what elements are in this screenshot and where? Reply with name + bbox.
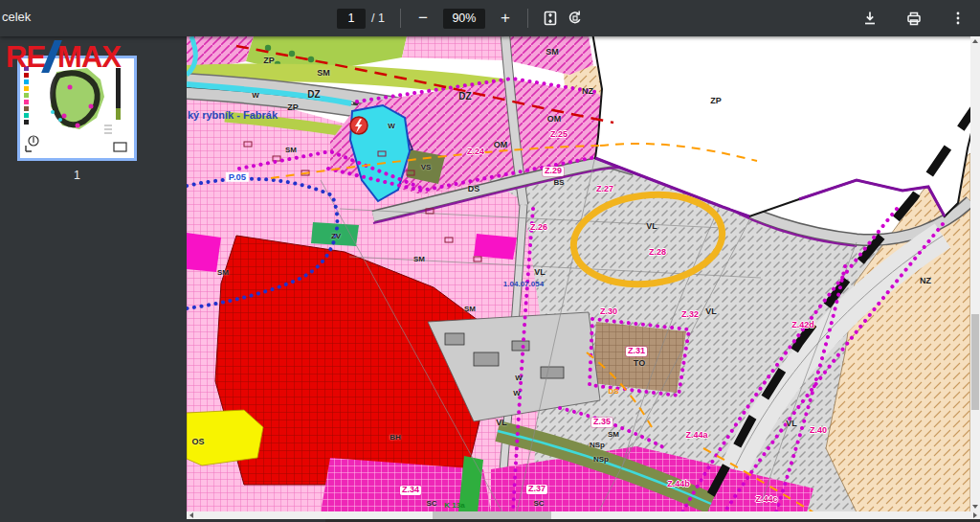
more-options-button[interactable] — [946, 6, 970, 31]
toolbar-right-controls — [858, 0, 970, 36]
download-icon — [861, 10, 879, 27]
rotate-ccw-icon — [567, 10, 584, 27]
remax-logo: RE MAX — [6, 40, 121, 73]
thumbnail-sidebar: 1 — [0, 36, 187, 522]
zoom-in-button[interactable]: + — [493, 6, 518, 31]
toolbar-divider — [400, 9, 401, 28]
pdf-toolbar: celek 1 / 1 − 90% + — [0, 0, 980, 36]
download-button[interactable] — [858, 6, 882, 31]
fit-page-icon — [542, 10, 559, 27]
rotate-button[interactable] — [563, 6, 588, 31]
print-icon — [905, 10, 923, 27]
horizontal-scrollbar[interactable] — [187, 511, 980, 519]
fit-page-button[interactable] — [538, 6, 563, 31]
scroll-right-arrow[interactable] — [973, 512, 977, 518]
horizontal-scrollbar-thumb[interactable] — [433, 511, 551, 519]
vertical-scrollbar[interactable] — [970, 36, 980, 511]
scroll-left-arrow[interactable] — [189, 512, 193, 518]
pdf-viewer-window: { "browser": { "doc_title": "celek" }, "… — [0, 0, 980, 522]
print-button[interactable] — [902, 6, 926, 31]
scroll-down-arrow[interactable] — [972, 505, 978, 509]
toolbar-divider — [527, 9, 528, 28]
thumbnail-map-preview — [20, 58, 134, 158]
page-number-input[interactable]: 1 — [337, 9, 366, 29]
vertical-scrollbar-thumb[interactable] — [971, 314, 979, 410]
scroll-up-arrow[interactable] — [972, 39, 978, 43]
more-vert-icon — [949, 10, 967, 27]
remax-logo-max: MAX — [57, 42, 121, 72]
location-marker-pin — [350, 117, 368, 134]
toolbar-center-controls: 1 / 1 − 90% + — [337, 0, 588, 36]
remax-logo-re: RE — [6, 42, 45, 72]
zoom-level-input[interactable]: 90% — [443, 9, 485, 29]
zoning-map-graphic — [187, 36, 970, 512]
pdf-page-zoning-map[interactable]: ZPSMSMDZDZZPWZPNZOMOMZ.25Z.24ký rybník -… — [187, 36, 970, 512]
document-title: celek — [2, 10, 31, 24]
page-count-label: / 1 — [371, 11, 385, 25]
zoom-out-button[interactable]: − — [411, 6, 435, 31]
thumbnail-page-number: 1 — [17, 169, 137, 182]
